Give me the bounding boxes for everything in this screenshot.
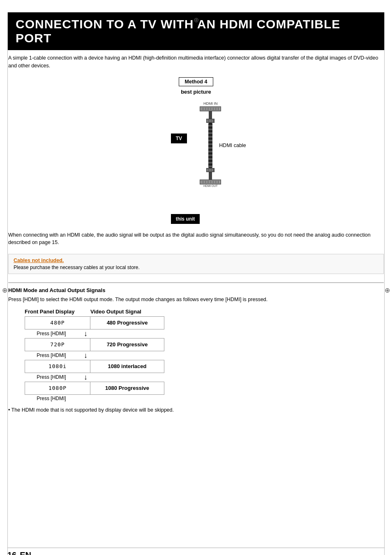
table-row: 1080P 1080 Progressive <box>25 382 384 395</box>
crosshair-left: ⊕ <box>2 286 7 294</box>
arrow-1: ↓ <box>84 329 88 338</box>
diagram-area: Method 4 best picture TV this unit HDMI … <box>8 77 384 224</box>
display-480p: 480P <box>25 316 90 329</box>
page-container: ⊕ ⊕ ⊕ CONNECTION TO A TV WITH AN HDMI CO… <box>0 12 392 555</box>
lang-label: EN <box>20 550 31 555</box>
signal-720p: 720 Progressive <box>90 338 164 351</box>
press-label-4: Press [HDMI] <box>25 395 78 402</box>
bottom-connector <box>200 180 221 184</box>
hdmi-mode-section: HDMI Mode and Actual Output Signals Pres… <box>8 282 384 413</box>
crosshair-top: ⊕ <box>193 16 199 23</box>
page-number: 16 <box>7 550 16 555</box>
hdmi-out-label: HDMI OUT <box>203 184 218 187</box>
cable-top-segment <box>209 111 212 119</box>
table-row: 1080i 1080 interlaced <box>25 360 384 373</box>
signal-1080p: 1080 Progressive <box>90 382 164 395</box>
table-row: 720P 720 Progressive <box>25 338 384 351</box>
top-connector <box>200 106 221 111</box>
bottom-plug <box>206 168 214 172</box>
arrow-2: ↓ <box>84 351 88 360</box>
method-box: Method 4 <box>179 77 214 86</box>
top-plug <box>206 119 214 123</box>
press-hdmi-2: Press [HDMI] ↓ <box>25 351 384 360</box>
main-content: A simple 1-cable connection with a devic… <box>0 50 392 428</box>
display-720p: 720P <box>25 338 90 351</box>
hdmi-cable-label: HDMI cable <box>219 143 246 148</box>
labels-column: TV this unit <box>171 101 200 224</box>
crosshair-right: ⊕ <box>385 286 390 294</box>
hdmi-mode-title: HDMI Mode and Actual Output Signals <box>8 287 384 293</box>
intro-text: A simple 1-cable connection with a devic… <box>8 54 384 70</box>
col-video-header: Video Output Signal <box>90 309 164 315</box>
hdmi-in-label: HDMI IN <box>203 101 218 106</box>
cable-assembly: HDMI cable <box>208 123 212 168</box>
cable-bottom-segment <box>209 172 212 180</box>
press-hdmi-1: Press [HDMI] ↓ <box>25 329 384 338</box>
connection-diagram: TV this unit HDMI IN <box>73 101 319 224</box>
this-unit-label: this unit <box>171 214 200 224</box>
press-hdmi-4: Press [HDMI] <box>25 395 384 402</box>
cable-sheath <box>208 123 212 168</box>
cables-title: Cables not included. <box>14 258 378 263</box>
signal-1080i: 1080 interlaced <box>90 360 164 373</box>
display-1080i: 1080i <box>25 360 90 373</box>
press-label-1: Press [HDMI] <box>25 330 78 337</box>
press-label-3: Press [HDMI] <box>25 373 78 381</box>
signal-table: Front Panel Display Video Output Signal … <box>25 309 384 402</box>
signal-480p: 480 Progressive <box>90 316 164 329</box>
description-text: When connecting with an HDMI cable, the … <box>8 231 384 247</box>
arrow-3: ↓ <box>84 373 88 382</box>
col-front-header: Front Panel Display <box>25 309 90 315</box>
tv-label: TV <box>171 134 187 143</box>
display-1080p: 1080P <box>25 382 90 395</box>
diagram-center: HDMI IN HDMI cable <box>200 101 221 187</box>
hdmi-mode-desc: Press [HDMI] to select the HDMI output m… <box>8 296 384 304</box>
cables-text: Please purchase the necessary cables at … <box>14 265 378 270</box>
press-label-2: Press [HDMI] <box>25 352 78 359</box>
warning-box: Cables not included. Please purchase the… <box>8 254 384 274</box>
margin-right <box>384 12 385 555</box>
table-header: Front Panel Display Video Output Signal <box>25 309 384 315</box>
press-hdmi-3: Press [HDMI] ↓ <box>25 373 384 382</box>
best-picture: best picture <box>181 89 211 95</box>
hdmi-note: • The HDMI mode that is not supported by… <box>8 407 384 413</box>
margin-left <box>7 12 8 555</box>
table-row: 480P 480 Progressive <box>25 316 384 329</box>
page-footer: 16 EN E7E4AUD.indd 16 2007/05/16 14:56:1… <box>7 548 385 555</box>
